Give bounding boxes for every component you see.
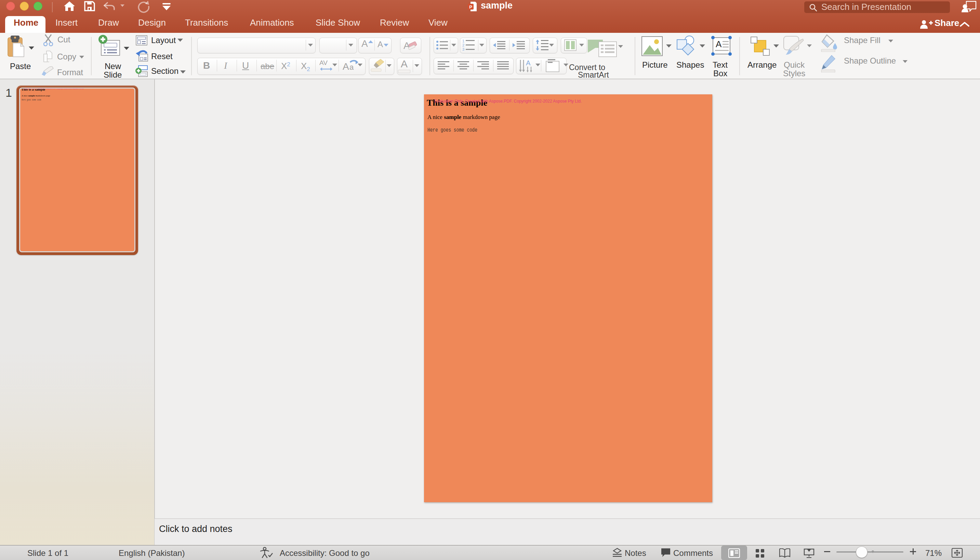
svg-text:AV: AV [319,60,328,66]
svg-text:3: 3 [462,47,464,51]
svg-text:P: P [469,5,472,10]
svg-text:A: A [716,39,722,49]
svg-text:2: 2 [462,43,464,47]
svg-text:a: a [350,63,354,72]
svg-text:1: 1 [462,39,464,43]
svg-text:A: A [526,59,531,67]
svg-text:A: A [343,61,349,72]
